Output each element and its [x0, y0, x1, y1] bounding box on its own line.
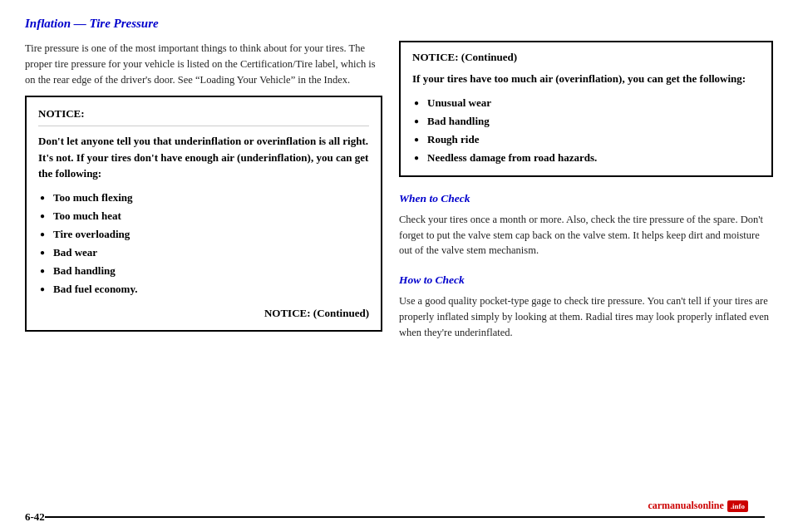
watermark-text: carmanualsonline: [648, 500, 723, 512]
watermark: carmanualsonline .info: [648, 500, 748, 512]
left-column: Tire pressure is one of the most importa…: [25, 41, 382, 332]
footer-line: [45, 516, 765, 518]
footer-page-number: 6-42: [25, 510, 45, 524]
when-to-check-body: Check your tires once a month or more. A…: [399, 212, 773, 259]
two-column-layout: Tire pressure is one of the most importa…: [25, 41, 773, 355]
right-notice-header: NOTICE: (Continued): [412, 51, 760, 64]
left-bullet-list: Too much flexing Too much heat Tire over…: [38, 189, 369, 299]
right-notice-intro: If your tires have too much air (overinf…: [412, 71, 760, 87]
left-notice-box: NOTICE: Don't let anyone tell you that u…: [25, 96, 382, 332]
page-title: Inflation — Tire Pressure: [25, 17, 773, 31]
how-to-check-heading[interactable]: How to Check: [399, 273, 773, 287]
left-intro-text: Tire pressure is one of the most importa…: [25, 41, 382, 87]
list-item: Bad wear: [38, 244, 369, 262]
page-footer: 6-42 carmanualsonline .info: [0, 510, 798, 524]
list-item: Bad fuel economy.: [38, 280, 369, 298]
left-notice-header: NOTICE:: [38, 107, 369, 126]
page-container: Inflation — Tire Pressure Tire pressure …: [0, 0, 798, 532]
list-item: Bad handling: [38, 262, 369, 280]
right-column: NOTICE: (Continued) If your tires have t…: [399, 41, 773, 355]
when-to-check-heading[interactable]: When to Check: [399, 192, 773, 205]
list-item: Rough ride: [412, 131, 760, 149]
list-item: Tire overloading: [38, 225, 369, 244]
right-bullet-list: Unusual wear Bad handling Rough ride Nee…: [412, 94, 760, 167]
list-item: Too much flexing: [38, 189, 369, 207]
watermark-logo: .info: [727, 500, 748, 512]
left-notice-intro: Don't let anyone tell you that underinfl…: [38, 133, 369, 182]
list-item: Too much heat: [38, 207, 369, 225]
right-notice-box: NOTICE: (Continued) If your tires have t…: [399, 41, 773, 177]
list-item: Unusual wear: [412, 94, 760, 112]
how-to-check-body: Use a good quality pocket-type gage to c…: [399, 293, 773, 340]
left-notice-continued: NOTICE: (Continued): [38, 307, 369, 320]
list-item: Needless damage from road hazards.: [412, 149, 760, 167]
list-item: Bad handling: [412, 112, 760, 131]
